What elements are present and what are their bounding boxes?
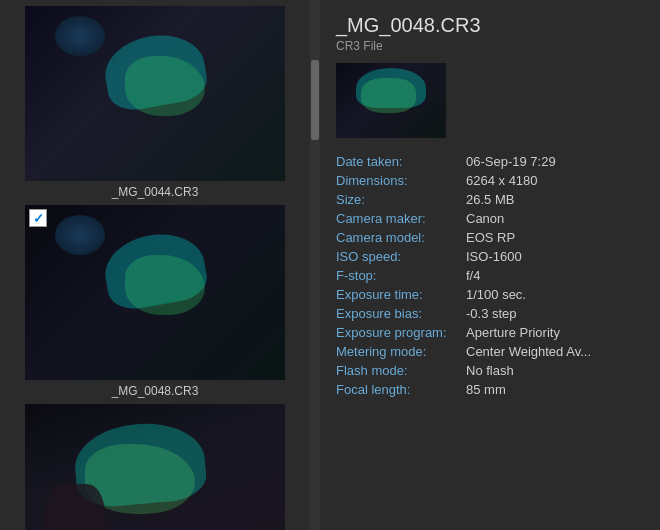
- thumbnail-label-2: _MG_0048.CR3: [112, 384, 199, 398]
- detail-preview-thumbnail: [336, 63, 446, 138]
- thumbnail-item-1[interactable]: _MG_0044.CR3: [20, 6, 290, 199]
- thumbnail-item-3[interactable]: [20, 404, 290, 530]
- meta-value-3: Canon: [466, 209, 644, 228]
- thumbnail-label-1: _MG_0044.CR3: [112, 185, 199, 199]
- meta-row-5: ISO speed:ISO-1600: [336, 247, 644, 266]
- meta-value-8: -0.3 step: [466, 304, 644, 323]
- meta-row-0: Date taken:06-Sep-19 7:29: [336, 152, 644, 171]
- meta-value-11: No flash: [466, 361, 644, 380]
- meta-row-10: Metering mode:Center Weighted Av...: [336, 342, 644, 361]
- meta-row-7: Exposure time:1/100 sec.: [336, 285, 644, 304]
- meta-key-8: Exposure bias:: [336, 304, 466, 323]
- meta-row-6: F-stop:f/4: [336, 266, 644, 285]
- meta-row-3: Camera maker:Canon: [336, 209, 644, 228]
- meta-key-5: ISO speed:: [336, 247, 466, 266]
- meta-row-1: Dimensions:6264 x 4180: [336, 171, 644, 190]
- meta-key-3: Camera maker:: [336, 209, 466, 228]
- meta-value-0: 06-Sep-19 7:29: [466, 152, 644, 171]
- meta-key-2: Size:: [336, 190, 466, 209]
- meta-row-2: Size:26.5 MB: [336, 190, 644, 209]
- meta-value-7: 1/100 sec.: [466, 285, 644, 304]
- meta-value-9: Aperture Priority: [466, 323, 644, 342]
- meta-key-11: Flash mode:: [336, 361, 466, 380]
- meta-value-10: Center Weighted Av...: [466, 342, 644, 361]
- meta-key-7: Exposure time:: [336, 285, 466, 304]
- thumbnail-image-1: [25, 6, 285, 181]
- meta-key-1: Dimensions:: [336, 171, 466, 190]
- meta-key-4: Camera model:: [336, 228, 466, 247]
- meta-row-8: Exposure bias:-0.3 step: [336, 304, 644, 323]
- meta-value-6: f/4: [466, 266, 644, 285]
- file-type: CR3 File: [336, 39, 644, 53]
- metadata-table: Date taken:06-Sep-19 7:29Dimensions:6264…: [336, 152, 644, 399]
- meta-value-2: 26.5 MB: [466, 190, 644, 209]
- thumbnail-image-2: [25, 205, 285, 380]
- thumbnail-item-2[interactable]: _MG_0048.CR3: [20, 205, 290, 398]
- meta-value-4: EOS RP: [466, 228, 644, 247]
- detail-panel: _MG_0048.CR3 CR3 File Date taken:06-Sep-…: [320, 0, 660, 530]
- thumbnail-image-3: [25, 404, 285, 530]
- scroll-bar[interactable]: [310, 0, 320, 530]
- thumbnail-checkbox-2[interactable]: [29, 209, 47, 227]
- meta-row-11: Flash mode:No flash: [336, 361, 644, 380]
- meta-row-9: Exposure program:Aperture Priority: [336, 323, 644, 342]
- file-title: _MG_0048.CR3: [336, 14, 644, 37]
- meta-key-10: Metering mode:: [336, 342, 466, 361]
- meta-row-4: Camera model:EOS RP: [336, 228, 644, 247]
- meta-value-1: 6264 x 4180: [466, 171, 644, 190]
- meta-key-9: Exposure program:: [336, 323, 466, 342]
- meta-row-12: Focal length:85 mm: [336, 380, 644, 399]
- meta-key-0: Date taken:: [336, 152, 466, 171]
- thumbnail-panel: _MG_0044.CR3 _MG_0048.CR3: [0, 0, 310, 530]
- meta-value-5: ISO-1600: [466, 247, 644, 266]
- meta-key-12: Focal length:: [336, 380, 466, 399]
- meta-key-6: F-stop:: [336, 266, 466, 285]
- scroll-thumb[interactable]: [311, 60, 319, 140]
- meta-value-12: 85 mm: [466, 380, 644, 399]
